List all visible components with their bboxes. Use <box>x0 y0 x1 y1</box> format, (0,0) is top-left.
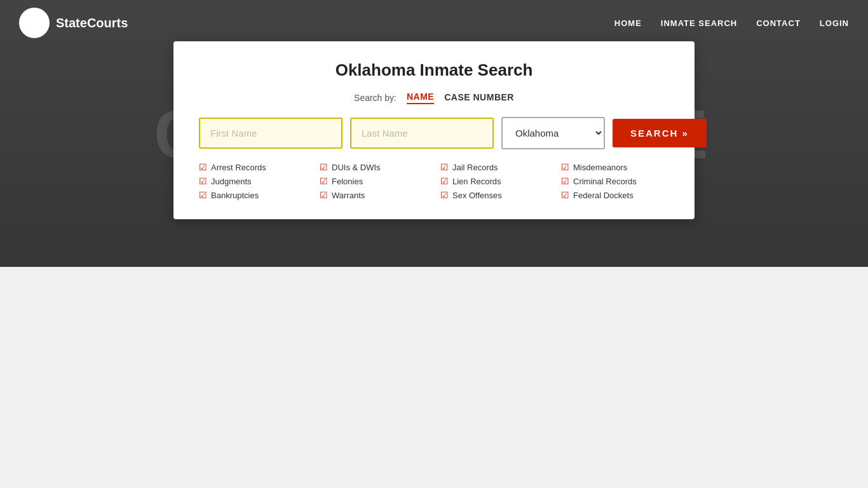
check-misdemeanors: ☑ Misdemeanors <box>561 162 669 172</box>
check-icon: ☑ <box>561 190 569 200</box>
search-by-row: Search by: NAME CASE NUMBER <box>199 92 669 104</box>
check-icon: ☑ <box>440 162 449 172</box>
search-card-title: Oklahoma Inmate Search <box>199 60 669 80</box>
check-sex-offenses: ☑ Sex Offenses <box>440 190 548 200</box>
check-label: Arrest Records <box>211 163 266 172</box>
check-icon: ☑ <box>320 190 328 200</box>
nav-contact[interactable]: CONTACT <box>756 18 801 28</box>
tab-name[interactable]: NAME <box>407 92 434 104</box>
search-inputs-row: Oklahoma Alabama Alaska Arizona Arkansas… <box>199 117 669 149</box>
check-judgments: ☑ Judgments <box>199 176 307 186</box>
check-label: Sex Offenses <box>452 191 502 200</box>
check-jail-records: ☑ Jail Records <box>440 162 548 172</box>
checks-grid: ☑ Arrest Records ☑ DUIs & DWIs ☑ Jail Re… <box>199 162 669 200</box>
check-label: Judgments <box>211 177 252 186</box>
check-icon: ☑ <box>561 162 569 172</box>
search-by-label: Search by: <box>354 93 397 103</box>
check-label: Criminal Records <box>573 177 637 186</box>
check-label: Lien Records <box>452 177 501 186</box>
check-icon: ☑ <box>561 176 569 186</box>
search-card: Oklahoma Inmate Search Search by: NAME C… <box>173 41 695 219</box>
check-label: Warrants <box>332 191 365 200</box>
state-select[interactable]: Oklahoma Alabama Alaska Arizona Arkansas… <box>501 117 605 149</box>
check-warrants: ☑ Warrants <box>320 190 428 200</box>
logo-icon: 🏛 <box>19 8 50 38</box>
check-icon: ☑ <box>440 190 449 200</box>
nav-home[interactable]: HOME <box>614 18 642 28</box>
check-criminal-records: ☑ Criminal Records <box>561 176 669 186</box>
check-felonies: ☑ Felonies <box>320 176 428 186</box>
logo-text: StateCourts <box>56 16 128 30</box>
check-bankruptcies: ☑ Bankruptcies <box>199 190 307 200</box>
tab-case-number[interactable]: CASE NUMBER <box>444 92 514 104</box>
check-label: Jail Records <box>452 163 498 172</box>
search-button[interactable]: SEARCH » <box>613 119 707 147</box>
check-label: Federal Dockets <box>573 191 634 200</box>
check-label: Felonies <box>332 177 363 186</box>
nav-links: HOME INMATE SEARCH CONTACT LOGIN <box>614 18 849 28</box>
check-icon: ☑ <box>199 162 207 172</box>
check-icon: ☑ <box>320 176 328 186</box>
first-name-input[interactable] <box>199 118 342 149</box>
check-icon: ☑ <box>440 176 449 186</box>
logo-link[interactable]: 🏛 StateCourts <box>19 8 128 38</box>
check-arrest-records: ☑ Arrest Records <box>199 162 307 172</box>
check-duis-dwis: ☑ DUIs & DWIs <box>320 162 428 172</box>
last-name-input[interactable] <box>350 118 494 149</box>
check-label: Bankruptcies <box>211 191 259 200</box>
check-icon: ☑ <box>320 162 328 172</box>
check-label: DUIs & DWIs <box>332 163 381 172</box>
nav-inmate-search[interactable]: INMATE SEARCH <box>661 18 737 28</box>
check-federal-dockets: ☑ Federal Dockets <box>561 190 669 200</box>
nav-login[interactable]: LOGIN <box>820 18 849 28</box>
check-icon: ☑ <box>199 190 207 200</box>
check-icon: ☑ <box>199 176 207 186</box>
check-lien-records: ☑ Lien Records <box>440 176 548 186</box>
navigation: 🏛 StateCourts HOME INMATE SEARCH CONTACT… <box>0 0 868 46</box>
check-label: Misdemeanors <box>573 163 627 172</box>
hero-section: COURTHOUSE 🏛 StateCourts HOME INMATE SEA… <box>0 0 868 267</box>
